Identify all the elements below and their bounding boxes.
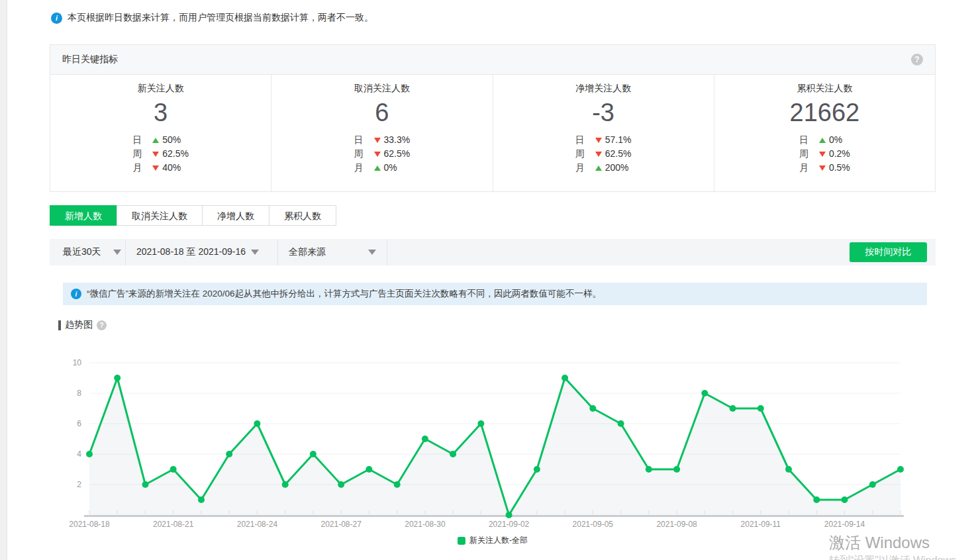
info-icon: i	[51, 13, 62, 24]
metric-unfollowers: 取消关注人数 6 日 33.3% 周 62.5% 月	[271, 75, 492, 192]
metric-value: 21662	[790, 97, 860, 128]
metric-trend-row: 日 0%	[799, 133, 850, 147]
svg-text:2021-08-24: 2021-08-24	[237, 520, 278, 529]
up-arrow-icon	[152, 138, 159, 143]
trend-period-label: 月	[575, 161, 595, 175]
trend-period-label: 日	[132, 133, 152, 147]
range-preset-dropdown[interactable]: 最近30天	[50, 239, 126, 265]
trend-line-chart: 2468102021-08-182021-08-212021-08-242021…	[50, 350, 936, 530]
svg-text:2021-09-14: 2021-09-14	[824, 520, 865, 529]
down-arrow-icon	[152, 152, 159, 157]
metric-label: 净增关注人数	[575, 83, 631, 95]
svg-text:2021-09-11: 2021-09-11	[741, 520, 781, 529]
compare-by-time-button[interactable]: 按时间对比	[850, 242, 927, 262]
metric-value: 6	[375, 97, 389, 128]
trend-percent: 0%	[829, 133, 842, 147]
svg-text:2021-09-02: 2021-09-02	[489, 520, 530, 529]
metric-trend-row: 月 0.5%	[799, 161, 850, 175]
help-icon[interactable]: ?	[911, 54, 923, 66]
metric-trend-row: 周 62.5%	[575, 147, 632, 161]
trend-chart-title-text: 趋势图	[65, 319, 93, 331]
metric-trend-row: 日 33.3%	[354, 133, 411, 147]
trend-percent: 62.5%	[605, 147, 632, 161]
filter-bar: 最近30天 2021-08-18 至 2021-09-16 全部来源 按时间对比	[50, 239, 936, 265]
help-icon[interactable]: ?	[97, 320, 107, 330]
down-arrow-icon	[819, 152, 826, 157]
svg-text:10: 10	[73, 358, 82, 367]
up-arrow-icon	[374, 165, 381, 171]
metric-label: 新关注人数	[138, 83, 184, 95]
trend-percent: 33.3%	[384, 133, 411, 147]
up-arrow-icon	[595, 165, 602, 171]
metric-value: 3	[154, 97, 168, 128]
date-range-dropdown[interactable]: 2021-08-18 至 2021-09-16	[126, 239, 278, 265]
tab-new-followers[interactable]: 新增人数	[50, 205, 117, 226]
source-dropdown[interactable]: 全部来源	[278, 239, 387, 265]
metrics-panel-title: 昨日关键指标	[62, 54, 118, 66]
svg-text:8: 8	[77, 389, 81, 398]
metric-new-followers: 新关注人数 3 日 50% 周 62.5% 月	[50, 75, 271, 192]
tab-net-growth[interactable]: 净增人数	[202, 205, 269, 226]
metric-trend-row: 月 40%	[132, 161, 189, 175]
trend-percent: 0%	[384, 161, 397, 175]
date-range-label: 2021-08-18 至 2021-09-16	[136, 246, 246, 258]
svg-text:2021-09-08: 2021-09-08	[656, 520, 697, 529]
svg-text:6: 6	[77, 419, 81, 428]
yesterday-metrics-panel: 昨日关键指标 ? 新关注人数 3 日 50% 周 62.5%	[50, 44, 936, 192]
trend-percent: 0.5%	[829, 161, 850, 175]
svg-text:4: 4	[77, 449, 81, 459]
tab-unfollowers[interactable]: 取消关注人数	[117, 205, 203, 226]
chevron-down-icon	[113, 250, 121, 255]
down-arrow-icon	[595, 152, 602, 157]
trend-period-label: 日	[799, 133, 819, 147]
metric-label: 取消关注人数	[354, 83, 410, 95]
trend-percent: 50%	[162, 133, 181, 147]
svg-text:2021-08-18: 2021-08-18	[69, 520, 110, 529]
trend-period-label: 周	[575, 147, 595, 161]
chart-legend[interactable]: 新关注人数-全部	[50, 535, 936, 546]
trend-period-label: 周	[354, 147, 374, 161]
down-arrow-icon	[595, 138, 602, 143]
follower-analysis-page: i 本页根据昨日数据来计算，而用户管理页根据当前数据计算，两者不一致。 昨日关键…	[0, 0, 974, 560]
source-label: 全部来源	[289, 246, 326, 258]
metric-trend-row: 月 200%	[575, 161, 632, 175]
metric-trend-rows: 日 33.3% 周 62.5% 月 0%	[354, 133, 411, 175]
metric-trend-rows: 日 57.1% 周 62.5% 月 200%	[575, 133, 632, 175]
trend-percent: 40%	[162, 161, 181, 175]
svg-text:2021-08-21: 2021-08-21	[153, 520, 194, 529]
chevron-down-icon	[368, 250, 376, 255]
metric-trend-row: 月 0%	[354, 161, 411, 175]
title-bar-decoration	[58, 320, 61, 330]
trend-percent: 62.5%	[162, 147, 189, 161]
svg-text:2: 2	[77, 480, 81, 489]
up-arrow-icon	[819, 138, 826, 143]
down-arrow-icon	[374, 138, 381, 143]
svg-text:2021-09-05: 2021-09-05	[573, 520, 614, 529]
range-preset-label: 最近30天	[63, 246, 101, 258]
trend-chart-title: 趋势图 ?	[58, 319, 107, 331]
trend-period-label: 月	[132, 161, 152, 175]
metric-trend-rows: 日 0% 周 0.2% 月 0.5%	[799, 133, 850, 175]
down-arrow-icon	[819, 165, 826, 171]
metric-trend-rows: 日 50% 周 62.5% 月 40%	[132, 133, 189, 175]
metric-trend-row: 日 50%	[132, 133, 189, 147]
metric-trend-row: 周 0.2%	[799, 147, 850, 161]
trend-percent: 57.1%	[605, 133, 632, 147]
trend-percent: 62.5%	[384, 147, 411, 161]
trend-period-label: 月	[354, 161, 374, 175]
tab-total-followers[interactable]: 累积人数	[269, 205, 336, 226]
down-arrow-icon	[374, 152, 381, 157]
trend-period-label: 日	[575, 133, 595, 147]
metric-trend-row: 日 57.1%	[575, 133, 632, 147]
legend-label: 新关注人数-全部	[469, 535, 528, 546]
svg-text:2021-08-27: 2021-08-27	[321, 520, 362, 529]
metric-value: -3	[592, 97, 614, 128]
metric-label: 累积关注人数	[797, 83, 852, 95]
legend-swatch-icon	[458, 537, 465, 545]
metrics-panel-body: 新关注人数 3 日 50% 周 62.5% 月	[50, 75, 935, 192]
metric-total-followers: 累积关注人数 21662 日 0% 周 0.2% 月	[714, 75, 935, 192]
metric-trend-row: 周 62.5%	[354, 147, 411, 161]
trend-percent: 200%	[605, 161, 629, 175]
trend-period-label: 日	[354, 133, 374, 147]
metrics-panel-header: 昨日关键指标 ?	[50, 45, 935, 75]
